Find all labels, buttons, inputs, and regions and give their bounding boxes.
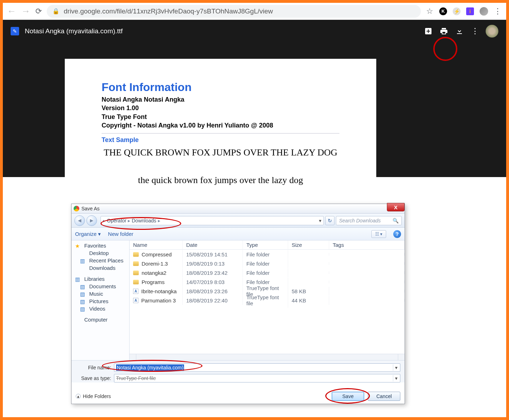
add-to-drive-icon[interactable] <box>423 26 433 36</box>
breadcrumb-segment[interactable]: Downloads <box>132 218 156 223</box>
file-date: 18/08/2019 23:26 <box>183 287 243 296</box>
back-button[interactable]: ← <box>7 6 16 17</box>
close-button[interactable]: X <box>387 203 405 211</box>
filename-dropdown-icon[interactable]: ▾ <box>393 364 399 371</box>
preview-meta-line: Copyright - Notasi Angka v1.00 by Henri … <box>102 121 339 130</box>
savetype-dropdown-icon[interactable]: ▾ <box>393 375 399 381</box>
file-type: File folder <box>243 250 288 259</box>
savetype-value: TrueType Font file <box>116 375 156 381</box>
file-size <box>288 280 329 283</box>
address-bar[interactable]: 🔒 drive.google.com/file/d/11xnzRj3vHvfeD… <box>47 5 421 18</box>
file-tags <box>329 299 405 302</box>
nav-favorites[interactable]: ★Favorites <box>72 242 129 249</box>
col-size[interactable]: Size <box>288 240 329 249</box>
bookmark-star-icon[interactable]: ☆ <box>426 7 434 15</box>
column-headers: Name Date Type Size Tags <box>130 240 405 250</box>
reload-button[interactable]: ⟳ <box>35 7 42 16</box>
file-name: Ibrite-notangka <box>141 288 177 294</box>
navigation-pane: ★Favorites Desktop ▥Recent Places Downlo… <box>72 240 130 360</box>
nav-downloads[interactable]: Downloads <box>72 264 129 272</box>
print-icon[interactable] <box>439 26 449 36</box>
search-input[interactable]: Search Downloads 🔍 <box>336 216 402 225</box>
file-tags <box>329 262 405 265</box>
file-name: Compressed <box>142 251 172 257</box>
save-button[interactable]: Save <box>332 392 364 401</box>
preview-meta-line: True Type Font <box>102 113 339 121</box>
drive-viewer: ✎ Notasi Angka (myavitalia.com).ttf ⋮ Fo… <box>3 20 506 177</box>
file-type-icon: ✎ <box>11 27 19 35</box>
document-preview: Font Information Notasi Angka Notasi Ang… <box>65 59 376 183</box>
folder-icon <box>133 271 139 275</box>
google-account-avatar[interactable] <box>486 25 498 38</box>
nav-music[interactable]: ▧Music <box>72 290 129 297</box>
refresh-button[interactable]: ↻ <box>325 216 334 225</box>
col-type[interactable]: Type <box>243 240 288 249</box>
drive-filename: Notasi Angka (myavitalia.com).ttf <box>25 27 123 35</box>
file-name: Parnumation 3 <box>141 297 176 303</box>
file-date: 18/08/2019 22:40 <box>183 296 243 305</box>
file-row[interactable]: notangka218/08/2019 23:42File folder <box>130 268 405 277</box>
file-size: 58 KB <box>288 287 329 296</box>
folder-icon <box>133 252 139 257</box>
lock-icon: 🔒 <box>52 8 59 15</box>
dialog-nav-row: ◄ ► ▸ Operator ▸ Downloads ▸ ▾ ↻ Search … <box>72 214 405 228</box>
help-icon[interactable]: ? <box>393 230 401 238</box>
folder-icon <box>133 261 139 266</box>
savetype-select[interactable]: TrueType Font file ▾ <box>114 374 400 382</box>
view-mode-selector[interactable]: ☷ ▾ <box>371 230 386 238</box>
col-tags[interactable]: Tags <box>329 240 405 249</box>
nav-back-button[interactable]: ◄ <box>74 215 85 226</box>
file-date: 14/07/2019 8:03 <box>183 278 243 286</box>
cancel-button[interactable]: Cancel <box>368 392 400 401</box>
file-tags <box>329 290 405 293</box>
nav-documents[interactable]: ▧Documents <box>72 283 129 290</box>
file-type: File folder <box>243 259 288 268</box>
file-tags <box>329 253 405 256</box>
extension-k-icon[interactable]: K <box>439 7 447 15</box>
nav-forward-button[interactable]: ► <box>86 215 97 226</box>
new-folder-button[interactable]: New folder <box>108 231 133 237</box>
file-list-pane: Name Date Type Size Tags Compressed15/08… <box>130 240 405 360</box>
extension-i-icon[interactable]: i <box>466 7 474 15</box>
col-name[interactable]: Name <box>130 240 183 249</box>
sample-heading: Text Sample <box>102 136 339 144</box>
file-type: TrueType font file <box>243 293 288 308</box>
breadcrumb-bar[interactable]: ▸ Operator ▸ Downloads ▸ ▾ <box>101 216 324 225</box>
nav-computer[interactable]: Computer <box>72 316 129 323</box>
horizontal-scrollbar[interactable] <box>130 354 405 360</box>
preview-meta-line: Notasi Angka Notasi Angka <box>102 95 339 104</box>
file-row[interactable]: Doremi-1.319/08/2019 0:13File folder <box>130 259 405 268</box>
file-name: notangka2 <box>142 270 166 276</box>
search-placeholder: Search Downloads <box>339 218 381 223</box>
nav-pictures[interactable]: ▧Pictures <box>72 297 129 305</box>
preview-meta-line: Version 1.00 <box>102 104 339 112</box>
nav-recent-places[interactable]: ▥Recent Places <box>72 257 129 264</box>
filename-input[interactable]: Notasi Angka (myavitalia.com) ▾ <box>114 363 400 372</box>
dialog-tool-row: Organize ▾ New folder ☷ ▾ ? <box>72 228 405 240</box>
col-date[interactable]: Date <box>183 240 243 249</box>
nav-libraries[interactable]: ▥Libraries <box>72 275 129 283</box>
folder-icon <box>133 280 139 284</box>
hide-folders-toggle[interactable]: ▲ Hide Folders <box>76 393 111 399</box>
more-actions-icon[interactable]: ⋮ <box>470 26 480 36</box>
organize-menu[interactable]: Organize ▾ <box>75 231 101 237</box>
extension-bolt-icon[interactable]: ⚡ <box>453 7 461 15</box>
file-date: 15/08/2019 14:51 <box>183 250 243 259</box>
search-icon: 🔍 <box>393 218 399 223</box>
filename-value: Notasi Angka (myavitalia.com) <box>116 364 184 371</box>
dialog-title: Save As <box>81 206 99 211</box>
dialog-bottom-row: ▲ Hide Folders Save Cancel <box>72 385 405 404</box>
file-tags <box>329 280 405 283</box>
browser-menu-icon[interactable]: ⋮ <box>494 7 502 16</box>
browser-toolbar: ← → ⟳ 🔒 drive.google.com/file/d/11xnzRj3… <box>3 3 506 20</box>
nav-desktop[interactable]: Desktop <box>72 249 129 257</box>
profile-avatar[interactable] <box>480 7 488 16</box>
file-date: 18/08/2019 23:42 <box>183 268 243 277</box>
download-icon[interactable] <box>454 26 464 36</box>
nav-videos[interactable]: ▧Videos <box>72 305 129 312</box>
file-row[interactable]: Compressed15/08/2019 14:51File folder <box>130 250 405 259</box>
file-row[interactable]: AParnumation 318/08/2019 22:40TrueType f… <box>130 296 405 305</box>
file-size: 44 KB <box>288 296 329 305</box>
forward-button[interactable]: → <box>21 6 30 17</box>
breadcrumb-segment[interactable]: Operator <box>107 218 126 223</box>
